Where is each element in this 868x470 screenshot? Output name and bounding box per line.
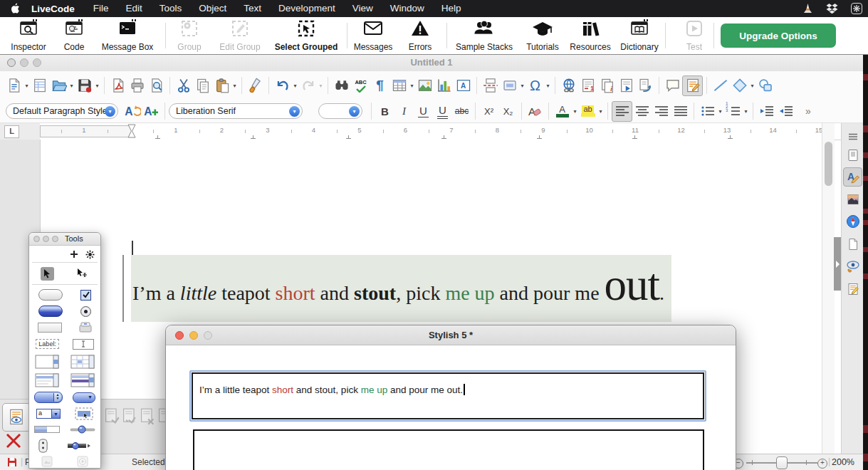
subscript-button[interactable]: X₂ <box>498 102 518 121</box>
test-button[interactable]: Test <box>662 19 727 52</box>
menu-item-object[interactable]: Object <box>190 0 235 17</box>
save-button[interactable] <box>75 76 94 95</box>
formatting-marks-button[interactable]: ¶ <box>370 76 389 95</box>
paragraph-style-select[interactable]: Default Paragraph Style <box>6 103 118 119</box>
dropbox-icon[interactable] <box>826 3 838 14</box>
chevron-down-icon[interactable] <box>23 83 30 89</box>
indent-marker[interactable] <box>127 124 136 138</box>
paste-button[interactable] <box>212 76 231 95</box>
zoom-in-button[interactable]: + <box>817 459 827 469</box>
reject-change-icon[interactable] <box>140 408 155 425</box>
special-character-button[interactable]: Ω <box>525 76 545 95</box>
scrolling-field-tool[interactable] <box>35 355 59 369</box>
page-break-button[interactable] <box>481 76 500 95</box>
checkbox-tool[interactable] <box>80 290 91 301</box>
errors-button[interactable]: Errors <box>387 19 453 52</box>
graphic-tool[interactable] <box>41 456 53 467</box>
flowchart-shapes-button[interactable] <box>755 76 775 95</box>
bold-button[interactable]: B <box>375 102 394 121</box>
message-box-button[interactable]: Message Box <box>95 19 160 52</box>
insert-field-button[interactable] <box>500 76 519 95</box>
superscript-button[interactable]: X² <box>479 102 498 121</box>
justify-button[interactable] <box>671 102 690 121</box>
insert-line-button[interactable] <box>711 76 730 95</box>
shutter-icon[interactable] <box>851 3 862 14</box>
chevron-down-icon[interactable] <box>572 108 578 115</box>
writer-titlebar[interactable]: Untitled 1 <box>0 54 863 72</box>
bullet-list-button[interactable] <box>698 102 717 121</box>
dropdown-menu-tool[interactable]: ▼ <box>73 392 95 403</box>
pointer-tool[interactable] <box>76 267 90 281</box>
open-button[interactable] <box>49 76 68 95</box>
drawer-tool[interactable] <box>78 322 93 333</box>
clone-formatting-button[interactable] <box>246 76 265 95</box>
print-preview-button[interactable] <box>147 76 166 95</box>
accept-all-changes-icon[interactable] <box>122 408 137 425</box>
chevron-down-icon[interactable] <box>597 108 604 115</box>
font-color-button[interactable]: A <box>553 102 572 121</box>
basic-shapes-button[interactable] <box>730 76 749 95</box>
insert-image-button[interactable] <box>415 76 434 95</box>
palette-titlebar[interactable]: Tools <box>29 233 100 246</box>
chevron-down-icon[interactable] <box>545 83 551 89</box>
text-entry-tool[interactable] <box>73 339 94 350</box>
track-changes-button[interactable] <box>682 75 703 96</box>
menu-item-text[interactable]: Text <box>235 0 270 17</box>
zoom-slider-thumb[interactable] <box>776 456 788 469</box>
menu-item-window[interactable]: Window <box>382 0 433 17</box>
menu-item-file[interactable]: File <box>85 0 117 17</box>
double-underline-button[interactable]: U <box>433 102 452 121</box>
copy-button[interactable] <box>193 76 212 95</box>
slider-tool[interactable] <box>70 424 95 434</box>
highlight-color-button[interactable]: ab <box>578 102 597 121</box>
vertical-scrollbar[interactable] <box>822 123 835 454</box>
new-document-button[interactable] <box>4 76 23 95</box>
insert-comment-button[interactable] <box>663 76 682 95</box>
undo-button[interactable] <box>273 76 292 95</box>
print-button[interactable] <box>127 76 147 95</box>
rectangle-button-tool[interactable] <box>38 323 62 333</box>
clear-formatting-button[interactable]: A <box>525 102 545 121</box>
palette-minimize-button[interactable] <box>43 236 49 242</box>
option-menu-tool[interactable]: ▲▼ <box>34 392 63 403</box>
decrease-indent-button[interactable] <box>776 102 795 121</box>
chevron-down-icon[interactable] <box>292 83 298 89</box>
sidebar-tab-properties[interactable] <box>844 146 862 164</box>
toolbar-overflow-button[interactable]: » <box>805 105 811 117</box>
menu-item-livecode[interactable]: LiveCode <box>27 4 85 14</box>
field-text[interactable]: I’m a little teapot short and stout, pic… <box>199 384 465 395</box>
hyperlink-button[interactable] <box>559 76 578 95</box>
sidebar-tab-navigator[interactable] <box>844 212 862 230</box>
sidebar-settings-button[interactable] <box>844 127 862 145</box>
player-object-tool[interactable] <box>77 456 88 467</box>
list-field-tool[interactable] <box>35 373 59 387</box>
upgrade-options-button[interactable]: Upgrade Options <box>721 24 836 48</box>
numbered-list-button[interactable]: 123 <box>723 102 743 121</box>
sidebar-tab-character[interactable]: A <box>843 167 862 187</box>
sidebar-hide-grip[interactable] <box>834 237 841 291</box>
select-grouped-button[interactable]: Select Grouped <box>273 19 339 52</box>
stepper-tool[interactable] <box>38 439 48 453</box>
cut-button[interactable] <box>174 76 193 95</box>
chevron-down-icon[interactable] <box>318 83 324 89</box>
radio-button-tool[interactable] <box>80 306 91 317</box>
palette-close-button[interactable] <box>33 236 40 242</box>
sidebar-tab-page[interactable] <box>844 235 862 253</box>
button-tool[interactable] <box>38 289 63 301</box>
increase-indent-button[interactable] <box>757 102 776 121</box>
chevron-down-icon[interactable] <box>409 83 415 89</box>
gear-icon[interactable] <box>85 250 95 259</box>
sample-stacks-button[interactable]: Sample Stacks <box>451 19 517 52</box>
scrolling-list-tool[interactable] <box>70 373 95 387</box>
align-center-button[interactable] <box>632 102 652 121</box>
font-name-select[interactable]: Liberation Serif <box>169 103 303 119</box>
cross-reference-button[interactable] <box>636 76 655 95</box>
chevron-down-icon[interactable] <box>94 83 100 89</box>
vlc-icon[interactable] <box>802 3 813 14</box>
stylish-titlebar[interactable]: Stylish 5 * <box>166 325 736 345</box>
underline-button[interactable]: U <box>414 102 433 121</box>
chevron-down-icon[interactable] <box>717 108 723 115</box>
chevron-down-icon[interactable] <box>519 83 525 89</box>
align-left-button[interactable] <box>612 101 632 122</box>
edit-group-button[interactable]: Edit Group <box>207 19 273 52</box>
